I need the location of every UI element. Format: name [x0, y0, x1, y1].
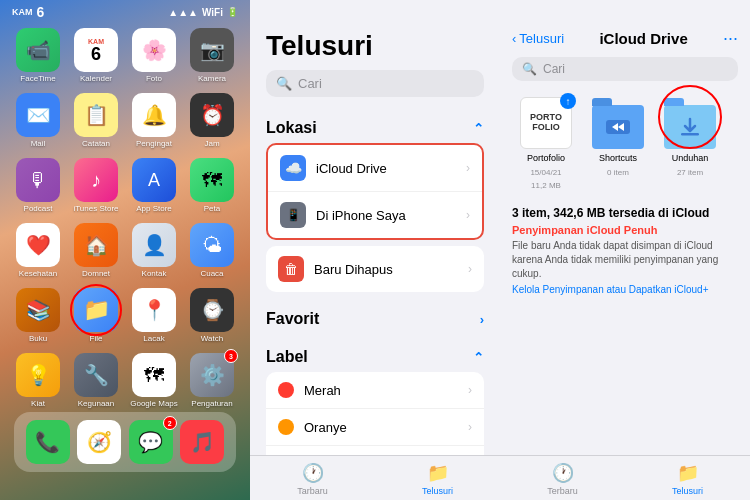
icloud-chevron: › — [466, 161, 470, 175]
label-merah[interactable]: Merah › — [266, 372, 484, 409]
porto-date: 15/04/21 — [530, 168, 561, 177]
app-lacak[interactable]: 📍 Lacak — [130, 288, 178, 343]
app-buku[interactable]: 📚 Buku — [14, 288, 62, 343]
unduhan-name: Unduhan — [672, 153, 709, 164]
app-mail[interactable]: ✉️ Mail — [14, 93, 62, 148]
svg-rect-1 — [681, 133, 699, 136]
lokasi-section-header: Lokasi ⌃ — [266, 105, 484, 143]
app-cuaca[interactable]: 🌤 Cuaca — [188, 223, 236, 278]
icloud-search-icon: 🔍 — [522, 62, 537, 76]
app-googlemaps[interactable]: 🗺 Google Maps — [130, 353, 178, 408]
file-unduhan[interactable]: Unduhan 27 item — [660, 97, 720, 190]
iphone-chevron: › — [466, 208, 470, 222]
dock-messages[interactable]: 💬 2 — [129, 420, 173, 464]
unduhan-items: 27 item — [677, 168, 703, 177]
icloud-tab-terbaru[interactable]: 🕐 Terbaru — [500, 462, 625, 496]
unduhan-download-icon — [677, 116, 703, 138]
app-kiat[interactable]: 💡 Kiat — [14, 353, 62, 408]
icloud-files-grid: PORTOFOLIO ↑ Portofolio 15/04/21 11,2 MB — [500, 89, 750, 198]
shortcuts-name: Shortcuts — [599, 153, 637, 164]
terbaru-label: Tarbaru — [297, 486, 328, 496]
dock-safari[interactable]: 🧭 — [77, 420, 121, 464]
search-icon: 🔍 — [276, 76, 292, 91]
icloud-search[interactable]: 🔍 Cari — [512, 57, 738, 81]
icloud-telusuri-icon: 📁 — [677, 462, 699, 484]
deleted-chevron: › — [468, 262, 472, 276]
app-jam[interactable]: ⏰ Jam — [188, 93, 236, 148]
status-bar: KAM 6 ▲▲▲ WiFi 🔋 — [0, 0, 250, 20]
label-kuning[interactable]: Kuning › — [266, 446, 484, 455]
icloud-panel: ‹ Telusuri iCloud Drive ··· 🔍 Cari PORTO… — [500, 0, 750, 500]
dock-phone[interactable]: 📞 — [26, 420, 70, 464]
back-button[interactable]: ‹ Telusuri — [512, 31, 564, 46]
app-facetime[interactable]: 📹 FaceTime — [14, 28, 62, 83]
more-button[interactable]: ··· — [723, 28, 738, 49]
tab-terbaru[interactable]: 🕐 Tarbaru — [250, 462, 375, 496]
locations-group: ☁️ iCloud Drive › 📱 Di iPhone Saya › — [266, 143, 484, 240]
recently-deleted-label: Baru Dihapus — [314, 262, 458, 277]
app-kalender[interactable]: KAM 6 Kalender — [72, 28, 120, 83]
app-file[interactable]: 📁 File — [72, 288, 120, 343]
favorit-chevron: › — [480, 312, 484, 327]
iphone-label: Di iPhone Saya — [316, 208, 456, 223]
app-domnet[interactable]: 🏠 Domnet — [72, 223, 120, 278]
telusuri-header: Telusuri 🔍 Cari — [250, 0, 500, 105]
telusuri-tab-bar: 🕐 Tarbaru 📁 Telusuri — [250, 455, 500, 500]
porto-size: 11,2 MB — [531, 181, 561, 190]
app-watch[interactable]: ⌚ Watch — [188, 288, 236, 343]
lokasi-label: Lokasi — [266, 119, 317, 137]
icloud-telusuri-label: Telusuri — [672, 486, 703, 496]
icloud-terbaru-label: Terbaru — [547, 486, 578, 496]
app-catatan[interactable]: 📋 Catatan — [72, 93, 120, 148]
telusuri-body: Lokasi ⌃ ☁️ iCloud Drive › 📱 Di iPhone S… — [250, 105, 500, 455]
label-label: Label — [266, 348, 308, 366]
app-peta[interactable]: 🗺 Peta — [188, 158, 236, 213]
tab-telusuri[interactable]: 📁 Telusuri — [375, 462, 500, 496]
dock-music[interactable]: 🎵 — [180, 420, 224, 464]
app-kontak[interactable]: 👤 Kontak — [130, 223, 178, 278]
favorit-label: Favorit — [266, 310, 319, 328]
storage-detail-text: File baru Anda tidak dapat disimpan di i… — [512, 239, 738, 281]
ellipsis-icon: ··· — [723, 28, 738, 48]
oranye-dot — [278, 419, 294, 435]
app-itunes[interactable]: ♪ iTunes Store — [72, 158, 120, 213]
telusuri-icon: 📁 — [427, 462, 449, 484]
cloud-upload-icon: ↑ — [560, 93, 576, 109]
iphone-row[interactable]: 📱 Di iPhone Saya › — [268, 192, 482, 238]
telusuri-panel: Telusuri 🔍 Cari Lokasi ⌃ ☁️ iCloud Drive… — [250, 0, 500, 500]
icloud-search-placeholder: Cari — [543, 62, 565, 76]
app-pengingat[interactable]: 🔔 Pengingat — [130, 93, 178, 148]
icloud-drive-row[interactable]: ☁️ iCloud Drive › — [268, 145, 482, 192]
status-day: 6 — [37, 4, 45, 20]
icloud-tab-telusuri[interactable]: 📁 Telusuri — [625, 462, 750, 496]
app-grid: 📹 FaceTime KAM 6 Kalender 🌸 Foto 📷 Kamer… — [0, 20, 250, 416]
back-chevron-icon: ‹ — [512, 31, 516, 46]
porto-name: Portofolio — [527, 153, 565, 164]
wifi-icon: WiFi — [202, 7, 223, 18]
icloud-nav: ‹ Telusuri iCloud Drive ··· — [500, 0, 750, 53]
app-kamera[interactable]: 📷 Kamera — [188, 28, 236, 83]
label-oranye[interactable]: Oranye › — [266, 409, 484, 446]
search-placeholder: Cari — [298, 76, 322, 91]
telusuri-search[interactable]: 🔍 Cari — [266, 70, 484, 97]
recently-deleted-row[interactable]: 🗑 Baru Dihapus › — [266, 246, 484, 292]
icloud-terbaru-icon: 🕐 — [552, 462, 574, 484]
icloud-title: iCloud Drive — [599, 30, 687, 47]
trash-icon: 🗑 — [278, 256, 304, 282]
back-label: Telusuri — [519, 31, 564, 46]
unduhan-folder-shape — [664, 105, 716, 149]
shortcuts-items: 0 item — [607, 168, 629, 177]
app-pengaturan[interactable]: ⚙️ 3 Pengaturan — [188, 353, 236, 408]
app-kesehatan[interactable]: ❤️ Kesehatan — [14, 223, 62, 278]
storage-main-text: 3 item, 342,6 MB tersedia di iCloud — [512, 206, 738, 220]
app-foto[interactable]: 🌸 Foto — [130, 28, 178, 83]
file-shortcuts[interactable]: Shortcuts 0 item — [588, 97, 648, 190]
app-podcast[interactable]: 🎙 Podcast — [14, 158, 62, 213]
storage-link[interactable]: Kelola Penyimpanan atau Dapatkan iCloud+ — [512, 284, 738, 295]
telusuri-tab-label: Telusuri — [422, 486, 453, 496]
app-appstore[interactable]: A App Store — [130, 158, 178, 213]
app-kegunaan[interactable]: 🔧 Kegunaan — [72, 353, 120, 408]
file-portofolio[interactable]: PORTOFOLIO ↑ Portofolio 15/04/21 11,2 MB — [516, 97, 576, 190]
label-section-header: Label ⌃ — [266, 334, 484, 372]
status-date: KAM — [12, 7, 33, 17]
